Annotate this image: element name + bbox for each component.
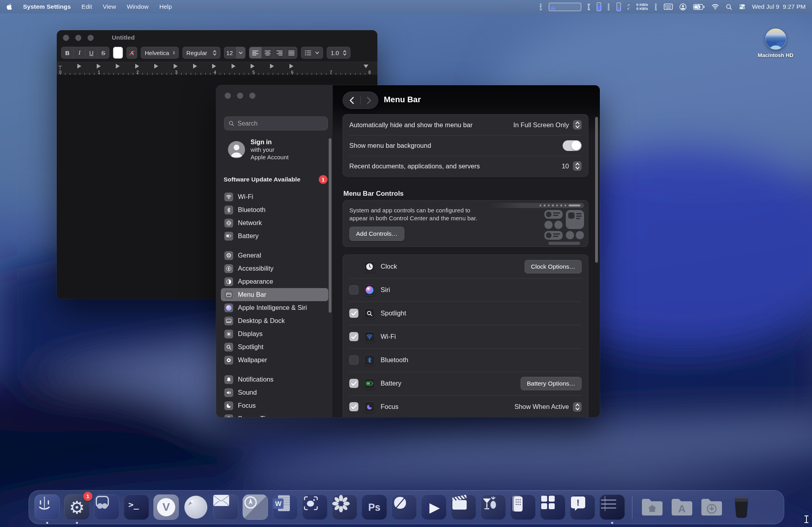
align-justify-button[interactable] [285,47,297,58]
user-account-icon[interactable] [679,3,687,11]
checkbox-checked[interactable] [349,309,358,318]
dock-item-vivaldi[interactable]: V [153,495,179,520]
dock-item-media-player[interactable]: ▶ [421,495,446,520]
checkbox-unchecked[interactable] [349,285,358,294]
font-size-dropdown[interactable] [236,47,245,59]
dock-item-folder-home[interactable] [640,495,665,520]
dock-item-window-grid[interactable] [540,495,565,520]
line-spacing-popup[interactable]: 1.0 [327,47,350,59]
sidebar-item-accessibility[interactable]: Accessibility [221,262,328,275]
tab-stop-marker[interactable] [212,64,216,69]
dock-item-terminal[interactable]: >_ [124,495,149,520]
font-size-field[interactable]: 12 [224,47,235,59]
sidebar-item-desktop-dock[interactable]: Desktop & Dock [221,314,328,327]
toggle-switch[interactable] [563,140,582,151]
checkbox-checked[interactable] [349,379,358,388]
clock-options-button[interactable]: Clock Options… [525,260,582,273]
sidebar-item-notifications[interactable]: Notifications [221,373,328,386]
minimize-button[interactable] [237,93,243,99]
ssd-bar[interactable] [617,2,621,11]
tab-stop-marker[interactable] [174,64,178,69]
tab-stop-marker[interactable] [270,64,274,69]
align-left-button[interactable] [249,47,261,58]
menu-bar-clock[interactable]: Wed Jul 99:27 PM [752,3,806,10]
ssd-widget-label[interactable]: SSD [607,3,610,10]
control-center-icon[interactable] [739,3,746,10]
battery-charging-icon[interactable] [693,4,705,10]
checkbox-checked[interactable] [349,402,358,411]
right-margin-marker[interactable] [364,65,368,68]
dock-item-photo-editor[interactable] [391,495,417,520]
bold-button[interactable]: B [61,47,73,58]
dock-item-finder[interactable] [34,495,60,520]
menu-window[interactable]: Window [127,3,149,10]
menu-app-name[interactable]: System Settings [23,3,71,10]
tab-stop-marker[interactable] [116,64,120,69]
popup-button[interactable]: 10 [562,161,582,171]
no-style-button[interactable]: A [126,47,137,59]
settings-search-field[interactable]: Search [224,116,328,130]
dock-item-cocktail[interactable] [481,495,506,520]
sidebar-item-general[interactable]: ⚙General [221,249,328,262]
sidebar-item-appearance[interactable]: Appearance [221,275,328,288]
close-button[interactable] [225,93,231,99]
typeface-popup[interactable]: Regular [182,47,220,59]
dock-item-maps[interactable] [243,495,268,520]
tab-stop-marker[interactable] [193,64,197,69]
close-button[interactable] [63,35,69,41]
sidebar-item-sound[interactable]: Sound [221,386,328,399]
add-controls-button[interactable]: Add Controls… [349,227,404,241]
dock-item-binoculars[interactable] [94,495,119,520]
textedit-titlebar[interactable]: Untitled [57,30,377,45]
dock-item-ledger[interactable] [599,495,625,520]
italic-button[interactable]: I [73,47,85,58]
dock-item-folder-apps[interactable]: A [669,495,695,520]
forward-button[interactable] [361,97,378,104]
pane-scrollbar[interactable] [595,117,598,263]
mem-bar[interactable] [597,2,601,11]
dock-item-feedback[interactable]: ! [570,495,595,520]
mem-widget-label[interactable]: MEM [588,3,590,10]
tab-stop-marker[interactable] [289,64,293,69]
tab-stop-marker[interactable] [97,64,101,69]
dock-item-safari[interactable] [183,495,209,520]
desktop-icon-macintosh-hd[interactable]: Macintosh HD [755,29,796,58]
sidebar-item-screen-time[interactable]: Screen Time [221,412,328,417]
spotlight-search-icon[interactable] [726,4,732,10]
list-style-popup[interactable] [301,47,323,59]
tab-stop-marker[interactable] [154,64,158,69]
sidebar-item-wallpaper[interactable]: Wallpaper [221,353,328,367]
sensors-widget-label[interactable]: SEN [655,3,657,10]
tab-stop-marker[interactable] [77,64,81,69]
network-speed[interactable]: 0 KB/s0 KB/s [636,3,648,11]
sidebar-item-menu-bar[interactable]: Menu Bar [221,288,328,301]
checkbox-checked[interactable] [349,332,358,341]
sidebar-item-network[interactable]: Network [221,216,328,229]
dock-item-photos[interactable] [332,495,357,520]
zoom-button[interactable] [249,93,255,99]
minimize-button[interactable] [75,35,81,41]
popup-button[interactable]: In Full Screen Only [513,120,582,130]
sidebar-item-displays[interactable]: Displays [221,327,328,340]
cpu-widget-label[interactable]: CPU [540,3,542,10]
underline-button[interactable]: U [85,47,97,58]
battery-options-button[interactable]: Battery Options… [521,377,582,390]
text-color-well[interactable] [113,47,123,59]
cpu-gauge[interactable] [549,3,581,11]
dock-item-iphone-mirroring[interactable] [510,495,536,520]
popup-button[interactable]: Show When Active [514,402,582,412]
checkbox-unchecked[interactable] [349,355,358,365]
keyboard-input-icon[interactable] [664,4,673,10]
software-update-row[interactable]: Software Update Available 1 [224,175,327,184]
dock-item-screenshot[interactable] [302,495,327,520]
dock-item-system-settings[interactable]: ⚙1 [64,495,90,520]
menu-edit[interactable]: Edit [82,3,92,10]
sidebar-item-focus[interactable]: Focus [221,399,328,412]
dock-item-imovie[interactable] [451,495,476,520]
sidebar-item-spotlight[interactable]: Spotlight [221,340,328,353]
strikethrough-button[interactable]: S [97,47,109,58]
tab-stop-marker[interactable] [135,64,139,69]
font-family-popup[interactable]: Helvetica [141,47,179,59]
dock-item-word[interactable]: W [272,495,298,520]
dock-item-folder-downloads[interactable] [699,495,724,520]
